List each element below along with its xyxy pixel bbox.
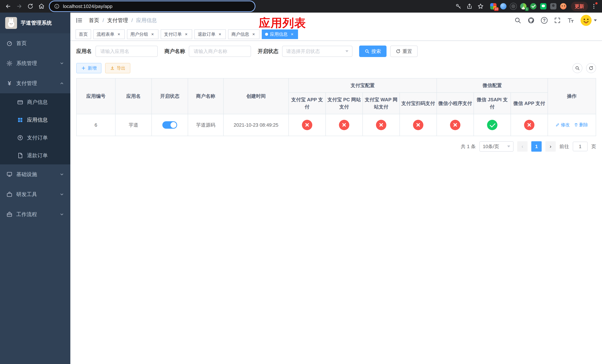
refresh-table-button[interactable] (586, 63, 596, 73)
github-icon[interactable] (527, 17, 535, 24)
bookmark-star-icon[interactable] (475, 1, 486, 11)
sidebar-item-workflow[interactable]: 工作流程 (0, 204, 70, 225)
browser-update-button[interactable]: 更新 (571, 2, 588, 11)
sidebar-item-payment[interactable]: ¥ 支付管理 (0, 73, 70, 93)
status-select-placeholder: 请选择开启状态 (286, 48, 320, 55)
merchant-name-label: 商户名称 (164, 48, 185, 55)
fullscreen-icon[interactable] (554, 17, 561, 24)
page-number-button[interactable]: 1 (531, 141, 542, 152)
alipay-app-status-icon (302, 120, 312, 130)
payment-submenu: 商户信息 应用信息 支付订单 (0, 93, 70, 164)
close-icon[interactable]: × (290, 32, 295, 37)
header-actions: ? (514, 15, 597, 26)
sidebar-item-system[interactable]: 系统管理 (0, 53, 70, 73)
chevron-down-icon (60, 212, 64, 217)
tab-home[interactable]: 首页 (75, 30, 91, 39)
font-size-icon[interactable] (567, 17, 574, 24)
user-menu[interactable] (580, 15, 597, 26)
breadcrumb-payment[interactable]: 支付管理 (107, 17, 128, 24)
search-icon[interactable] (514, 17, 521, 24)
app-logo (5, 17, 17, 29)
forward-button[interactable] (14, 1, 24, 11)
collapse-sidebar-icon[interactable] (75, 17, 83, 24)
reload-button[interactable] (25, 1, 35, 11)
tab-label: 应用信息 (270, 31, 288, 37)
extension-icon-6[interactable] (540, 3, 547, 10)
extension-icon-3[interactable] (510, 3, 516, 10)
status-select[interactable]: 请选择开启状态 (282, 46, 353, 57)
share-icon[interactable] (464, 1, 475, 11)
tab-process-form[interactable]: 流程表单× (93, 30, 125, 39)
sidebar-item-payment-orders[interactable]: 支付订单 (0, 129, 70, 147)
tab-label: 支付订单 (164, 31, 182, 37)
cell-created: 2021-10-23 08:49:25 (224, 114, 289, 136)
add-button[interactable]: 新增 (76, 63, 101, 73)
col-header-alipay-app: 支付宝 APP 支付 (289, 93, 326, 114)
sidebar-item-home[interactable]: 首页 (0, 33, 70, 53)
close-icon[interactable]: × (150, 32, 155, 37)
sidebar-item-label: 退款订单 (27, 152, 48, 159)
edit-link[interactable]: 修改 (556, 122, 570, 128)
sidebar-item-app-info[interactable]: 应用信息 (0, 111, 70, 129)
home-button[interactable] (36, 1, 47, 11)
refresh-icon (396, 49, 401, 54)
extension-icon-1[interactable]: 10 (490, 3, 496, 10)
tab-label: 首页 (79, 31, 88, 37)
extension-icon-7[interactable] (550, 3, 557, 10)
sidebar-item-label: 研发工具 (16, 191, 37, 198)
tab-merchant-info[interactable]: 商户信息× (228, 30, 259, 39)
extension-icon-8[interactable] (560, 3, 567, 10)
toggle-search-button[interactable] (572, 63, 582, 73)
sidebar-item-refund-orders[interactable]: 退款订单 (0, 147, 70, 164)
col-header-merchant: 商户名称 (188, 78, 224, 114)
extension-icon-4[interactable]: 1 (520, 3, 527, 10)
breadcrumb-separator: / (103, 17, 104, 23)
tab-refund-orders[interactable]: 退款订单× (194, 30, 226, 39)
close-icon[interactable]: × (251, 32, 256, 37)
search-button[interactable]: 搜索 (359, 45, 387, 57)
sidebar-item-infrastructure[interactable]: 基础设施 (0, 164, 70, 184)
tab-app-info[interactable]: 应用信息× (262, 30, 298, 39)
sidebar-item-dev-tools[interactable]: 研发工具 (0, 184, 70, 204)
update-dot-badge (595, 2, 598, 4)
merchant-name-input[interactable] (189, 46, 251, 57)
col-header-created: 创建时间 (224, 78, 289, 114)
main-area: 应用列表 首页 / 支付管理 / 应用信息 ? (70, 13, 602, 364)
close-icon[interactable]: × (116, 32, 121, 37)
address-bar[interactable]: localhost:1024/pay/app (50, 1, 255, 11)
export-button[interactable]: 导出 (105, 63, 130, 73)
password-key-icon[interactable] (453, 1, 463, 11)
tab-user-group[interactable]: 用户分组× (127, 30, 159, 39)
table-row: 6 芋道 芋道源码 2021-10-23 08:49:25 (76, 114, 596, 136)
app-name-input[interactable] (96, 46, 158, 57)
page-size-select[interactable]: 10条/页 (479, 141, 514, 152)
goto-suffix-label: 页 (591, 143, 596, 150)
prev-page-button[interactable]: ‹ (517, 141, 527, 152)
help-icon[interactable]: ? (541, 17, 548, 24)
enabled-switch[interactable] (162, 121, 177, 129)
app-header: 首页 / 支付管理 / 应用信息 ? (70, 13, 602, 28)
site-info-icon[interactable] (54, 3, 60, 9)
close-icon[interactable]: × (217, 32, 223, 37)
chevron-down-icon (345, 50, 348, 52)
extension-icon-5[interactable] (530, 3, 537, 10)
sidebar-item-label: 支付订单 (27, 134, 48, 141)
search-icon (575, 66, 580, 71)
tags-view-bar: 首页 流程表单× 用户分组× 支付订单× 退款订单× 商户信息× 应用信息× (70, 28, 602, 41)
extension-badge: 1 (525, 7, 529, 11)
dashboard-icon (6, 40, 13, 46)
sidebar-item-merchant-info[interactable]: 商户信息 (0, 93, 70, 111)
breadcrumb-home[interactable]: 首页 (89, 17, 99, 24)
next-page-button[interactable]: › (545, 141, 556, 152)
goto-page-input[interactable] (573, 142, 588, 151)
user-avatar[interactable] (580, 15, 592, 26)
delete-link[interactable]: 删除 (574, 122, 588, 128)
extension-icon-2[interactable] (500, 3, 506, 10)
back-button[interactable] (3, 1, 13, 11)
col-header-alipay-qr: 支付宝扫码支付 (400, 93, 437, 114)
browser-menu-button[interactable] (589, 1, 599, 11)
tab-payment-orders[interactable]: 支付订单× (161, 30, 192, 39)
close-icon[interactable]: × (184, 32, 189, 37)
reset-button[interactable]: 重置 (390, 45, 418, 57)
breadcrumb: 首页 / 支付管理 / 应用信息 (89, 17, 157, 24)
